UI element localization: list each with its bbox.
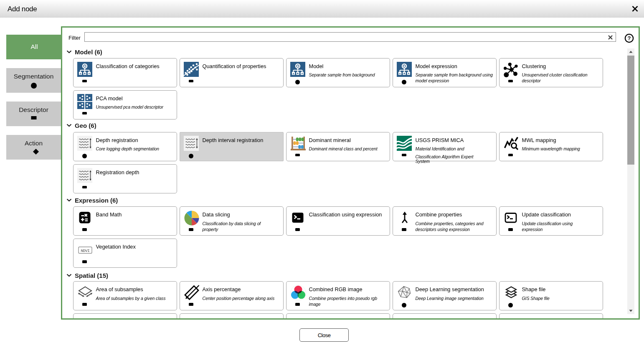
svg-text:?: ? [628, 35, 631, 41]
svg-text:NDVI: NDVI [81, 249, 89, 253]
